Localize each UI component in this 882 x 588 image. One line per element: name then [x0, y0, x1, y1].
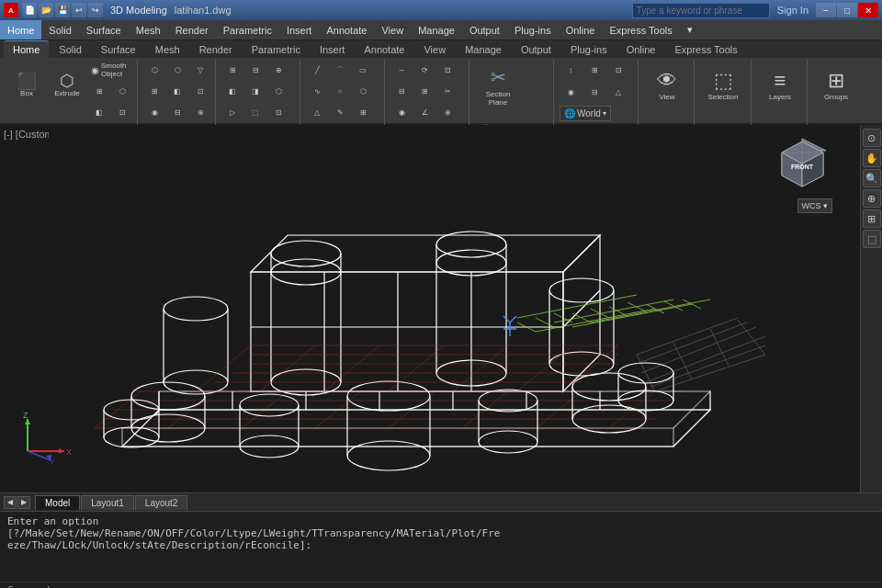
zoom-tool[interactable]: 🔍 [863, 169, 881, 187]
se-btn5[interactable]: ◨ [244, 81, 266, 101]
mod-btn1[interactable]: ↔ [390, 60, 413, 80]
menu-output[interactable]: Output [462, 20, 507, 40]
se-btn9[interactable]: ⊡ [267, 102, 289, 122]
tab-layout2[interactable]: Layout2 [135, 495, 188, 510]
world-dropdown[interactable]: 🌐 World ▾ [560, 106, 611, 121]
menu-online[interactable]: Online [559, 20, 603, 40]
mod-btn5[interactable]: ⊞ [413, 81, 435, 101]
tab-mesh[interactable]: Mesh [146, 41, 189, 58]
se-btn8[interactable]: ⬚ [244, 102, 266, 122]
mod-btn4[interactable]: ⊟ [390, 81, 413, 101]
mesh-btn5[interactable]: ◧ [166, 81, 188, 101]
tab-parametric[interactable]: Parametric [243, 41, 310, 58]
tab-insert[interactable]: Insert [311, 41, 355, 58]
coords-btn2[interactable]: ⊞ [583, 60, 605, 80]
maximize-button[interactable]: □ [837, 3, 857, 17]
tab-surface[interactable]: Surface [92, 41, 145, 58]
extrude-button[interactable]: ⬡ Extrude [48, 60, 86, 111]
sign-in-button[interactable]: Sign In [777, 5, 808, 16]
tab-model[interactable]: Model [35, 495, 80, 510]
menu-mesh[interactable]: Mesh [129, 20, 168, 40]
draw-btn7[interactable]: △ [306, 102, 328, 122]
view-cube[interactable]: FRONT [773, 134, 832, 194]
coords-btn6[interactable]: △ [607, 82, 629, 102]
box-button[interactable]: ⬛ Box [7, 60, 46, 111]
mod-btn3[interactable]: ⊡ [436, 60, 458, 80]
coords-btn1[interactable]: ↕ [560, 60, 582, 80]
tab-plugins[interactable]: Plug-ins [561, 41, 616, 58]
tab-next-button[interactable]: ▶ [17, 496, 30, 509]
draw-btn5[interactable]: ○ [329, 81, 351, 101]
menu-parametric[interactable]: Parametric [216, 20, 279, 40]
pan-tool[interactable]: ✋ [863, 149, 881, 167]
draw-btn1[interactable]: ╱ [306, 60, 328, 80]
smooth-object-button[interactable]: ◉ SmoothObject [88, 60, 130, 80]
tab-output[interactable]: Output [512, 41, 560, 58]
groups-button[interactable]: ⊞ Groups [813, 60, 859, 111]
tab-online[interactable]: Online [617, 41, 665, 58]
grid-tool[interactable]: ⊞ [863, 209, 881, 228]
section-plane-button[interactable]: ✂ Section Plane [475, 60, 521, 113]
draw-btn2[interactable]: ⌒ [329, 60, 351, 80]
menu-plugins[interactable]: Plug-ins [507, 20, 559, 40]
menu-solid[interactable]: Solid [41, 20, 78, 40]
se-btn4[interactable]: ◧ [221, 81, 243, 101]
menu-annotate[interactable]: Annotate [319, 20, 374, 40]
qa-undo[interactable]: ↩ [72, 3, 86, 17]
tab-layout1[interactable]: Layout1 [81, 495, 134, 510]
menu-home[interactable]: Home [0, 20, 41, 40]
tab-express[interactable]: Express Tools [665, 41, 746, 58]
se-btn7[interactable]: ▷ [221, 102, 243, 122]
draw-btn6[interactable]: ⬡ [352, 81, 374, 101]
mod-btn9[interactable]: ⊕ [436, 102, 458, 122]
command-input[interactable] [60, 584, 875, 588]
coords-btn4[interactable]: ◉ [560, 82, 582, 102]
search-input[interactable] [632, 3, 770, 18]
minimize-button[interactable]: − [816, 3, 836, 17]
view-button[interactable]: 👁 View [644, 60, 690, 111]
close-button[interactable]: ✕ [858, 3, 878, 17]
tab-manage[interactable]: Manage [456, 41, 511, 58]
tab-home[interactable]: Home [4, 40, 49, 58]
mesh-btn2[interactable]: ⬡ [166, 60, 188, 80]
viewport[interactable]: [-] [Custom View] [2D Wireframe] [0, 125, 860, 492]
tab-prev-button[interactable]: ◀ [4, 496, 17, 509]
tab-render[interactable]: Render [190, 41, 242, 58]
draw-btn8[interactable]: ✎ [329, 102, 351, 122]
mesh-btn9[interactable]: ⊕ [189, 102, 211, 122]
selection-button[interactable]: ⬚ Selection [700, 60, 746, 111]
layers-button[interactable]: ≡ Layers [757, 60, 803, 111]
qa-redo[interactable]: ↪ [88, 3, 103, 17]
menu-manage[interactable]: Manage [411, 20, 462, 40]
draw-btn3[interactable]: ▭ [352, 60, 374, 80]
mesh-btn7[interactable]: ◉ [143, 102, 165, 122]
tab-solid[interactable]: Solid [50, 41, 90, 58]
mesh-btn8[interactable]: ⊟ [166, 102, 188, 122]
qa-open[interactable]: 📂 [39, 3, 53, 17]
mesh-btn4[interactable]: ⊞ [143, 81, 165, 101]
qa-save[interactable]: 💾 [55, 3, 70, 17]
menu-express-tools[interactable]: Express Tools [602, 20, 679, 40]
mod-btn2[interactable]: ⟳ [413, 60, 435, 80]
btn-sm-3[interactable]: ◧ [88, 102, 110, 122]
menu-more[interactable]: ▾ [680, 20, 700, 40]
coords-btn3[interactable]: ⊡ [607, 60, 629, 80]
draw-btn9[interactable]: ⊞ [352, 102, 374, 122]
btn-sm-2[interactable]: ⬡ [111, 81, 133, 101]
draw-btn4[interactable]: ∿ [306, 81, 328, 101]
btn-sm-4[interactable]: ⊡ [111, 102, 133, 122]
se-btn1[interactable]: ⊞ [221, 60, 243, 80]
tab-view[interactable]: View [414, 41, 455, 58]
se-btn3[interactable]: ⊕ [267, 60, 289, 80]
mod-btn8[interactable]: ∠ [413, 102, 435, 122]
menu-view[interactable]: View [374, 20, 411, 40]
menu-render[interactable]: Render [168, 20, 216, 40]
coords-btn5[interactable]: ⊟ [583, 82, 605, 102]
se-btn2[interactable]: ⊟ [244, 60, 266, 80]
menu-insert[interactable]: Insert [279, 20, 320, 40]
mod-btn6[interactable]: ✂ [436, 81, 458, 101]
mesh-btn3[interactable]: ▽ [189, 60, 211, 80]
mesh-btn1[interactable]: ⬡ [143, 60, 165, 80]
extents-tool[interactable]: ⊕ [863, 189, 881, 208]
wcs-label[interactable]: WCS ▾ [797, 198, 833, 213]
